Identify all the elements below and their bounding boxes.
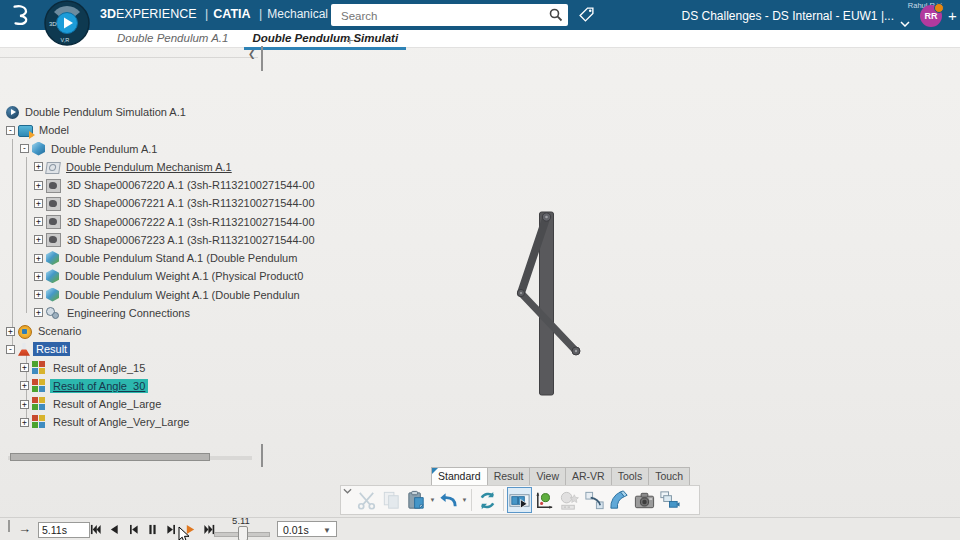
result-b-icon — [32, 415, 47, 429]
paste-dropdown-arrow-icon[interactable]: ▼ — [429, 497, 436, 503]
expand-expander-icon[interactable]: + — [34, 199, 43, 208]
product2-icon — [46, 269, 59, 283]
time-slider-thumb[interactable] — [238, 526, 248, 540]
expand-expander-icon[interactable]: + — [34, 308, 43, 317]
expand-expander-icon[interactable]: + — [20, 418, 29, 427]
tree-item[interactable]: -Double Pendulum A.1 — [4, 140, 160, 158]
expand-expander-icon[interactable]: + — [6, 327, 15, 336]
paste-icon[interactable] — [404, 487, 429, 513]
jump-start-button[interactable] — [86, 521, 105, 537]
tree-item[interactable]: +Double Pendulum Mechanism A.1 — [4, 158, 235, 176]
ds-logo-icon — [6, 3, 36, 31]
tree-item[interactable]: +Engineering Connections — [4, 304, 193, 322]
expand-expander-icon[interactable]: + — [20, 400, 29, 409]
tree-item[interactable]: +Result of Angle_30 — [4, 377, 148, 395]
playback-controls — [86, 521, 219, 537]
expand-expander-icon[interactable]: + — [34, 217, 43, 226]
panel-resize-handle[interactable] — [261, 46, 263, 71]
tree-item[interactable]: -Result — [4, 340, 70, 358]
tree-item[interactable]: +3D Shape00067222 A.1 (3sh-R113210027154… — [4, 213, 318, 231]
shape-icon — [46, 215, 61, 229]
avatar[interactable]: RR — [920, 5, 942, 27]
expand-expander-icon[interactable]: + — [20, 381, 29, 390]
expand-expander-icon[interactable]: + — [34, 162, 43, 171]
search-input[interactable] — [339, 6, 538, 25]
cut-icon[interactable] — [354, 487, 379, 513]
tree-item[interactable]: +Result of Angle_Very_Large — [4, 413, 192, 431]
pause-button[interactable] — [143, 521, 162, 537]
tree-item[interactable]: +Double Pendulum Weight A.1 (Double Pend… — [4, 286, 303, 304]
workspace-selector[interactable]: DS Challenges - DS Internal - EUW1 |... — [681, 9, 894, 23]
toolbar-overflow-chevron-icon[interactable] — [341, 486, 354, 514]
ribbon-tab-view[interactable]: View — [529, 467, 566, 485]
camera-icon[interactable] — [632, 487, 657, 513]
result-b-icon — [32, 379, 47, 393]
undo-dropdown-arrow-icon[interactable]: ▼ — [461, 497, 468, 503]
tree-item[interactable]: +Double Pendulum Weight A.1 (Physical Pr… — [4, 267, 306, 285]
ribbon-tab-ar-vr[interactable]: AR-VR — [565, 467, 612, 485]
new-tab-button[interactable]: + — [340, 33, 360, 48]
tree-item-label: Result of Angle_15 — [50, 361, 148, 375]
expand-expander-icon[interactable]: + — [34, 235, 43, 244]
tree-item-label: 3D Shape00067221 A.1 (3sh-R1132100271544… — [64, 196, 318, 210]
undo-icon[interactable] — [436, 487, 461, 513]
play-backward-button[interactable] — [105, 521, 124, 537]
sensors-icon[interactable] — [557, 487, 582, 513]
expand-expander-icon[interactable]: + — [34, 254, 43, 263]
chevron-down-icon: ▼ — [323, 523, 331, 539]
tree-hscroll-thumb[interactable] — [10, 453, 210, 461]
chevron-down-icon[interactable] — [900, 13, 910, 31]
time-input[interactable] — [38, 522, 90, 538]
add-button[interactable]: + — [948, 7, 960, 24]
connections-icon — [46, 306, 61, 320]
document-tab[interactable]: Double Pendulum A.1 — [105, 30, 240, 48]
result-root-icon — [18, 343, 30, 356]
playbar-drag-handle[interactable] — [8, 520, 10, 532]
ribbon-tab-result[interactable]: Result — [487, 467, 531, 485]
tree-item[interactable]: +Result of Angle_15 — [4, 359, 148, 377]
ribbon-tab-touch[interactable]: Touch — [648, 467, 690, 485]
displacement-icon[interactable] — [582, 487, 607, 513]
step-size-dropdown[interactable]: 0.01s▼ — [277, 521, 337, 537]
collapse-expander-icon[interactable]: - — [20, 144, 29, 153]
update-icon[interactable] — [475, 487, 500, 513]
expand-expander-icon[interactable]: + — [20, 363, 29, 372]
tree-item[interactable]: Double Pendulum Simulation A.1 — [4, 103, 189, 121]
model-icon — [18, 125, 33, 137]
step-backward-button[interactable] — [124, 521, 143, 537]
expand-expander-icon[interactable]: + — [34, 272, 43, 281]
pendulum-3d-view[interactable] — [480, 190, 620, 405]
section-icon[interactable] — [607, 487, 632, 513]
tag-icon[interactable] — [578, 6, 595, 27]
ribbon-tab-tools[interactable]: Tools — [611, 467, 650, 485]
panel-collapse-icon[interactable]: ❮ — [248, 49, 256, 59]
document-tabs: Double Pendulum A.1Double Pendulum Simul… — [0, 30, 960, 48]
tree-item-label: Double Pendulum Weight A.1 (Double Pendu… — [62, 288, 303, 302]
tree-item[interactable]: +Double Pendulum Stand A.1 (Double Pendu… — [4, 249, 300, 267]
copy-icon[interactable] — [379, 487, 404, 513]
video-export-icon[interactable] — [657, 487, 682, 513]
tree-item[interactable]: +3D Shape00067221 A.1 (3sh-R113210027154… — [4, 194, 318, 212]
ribbon-tab-standard[interactable]: Standard — [431, 467, 488, 485]
search-box — [331, 4, 568, 26]
tree-item-label: Result of Angle_30 — [50, 379, 148, 393]
collapse-expander-icon[interactable]: - — [6, 345, 15, 354]
tree-item[interactable]: +Result of Angle_Large — [4, 395, 164, 413]
expand-expander-icon[interactable]: + — [34, 181, 43, 190]
expand-expander-icon[interactable]: + — [34, 290, 43, 299]
3dexperience-compass-icon[interactable]: 3D V,R — [44, 0, 90, 50]
tree-item-label: Result of Angle_Very_Large — [50, 415, 192, 429]
document-tab[interactable]: Double Pendulum Simulati — [240, 30, 410, 48]
collapse-expander-icon[interactable]: - — [6, 126, 15, 135]
plot-icon[interactable] — [532, 487, 557, 513]
result-a-icon — [32, 361, 47, 375]
tree-item[interactable]: +3D Shape00067223 A.1 (3sh-R113210027154… — [4, 231, 318, 249]
simulation-player-icon[interactable] — [507, 487, 532, 513]
tree-item[interactable]: +Scenario — [4, 322, 84, 340]
tree-item-label: Engineering Connections — [64, 306, 193, 320]
tree-item-label: Model — [36, 123, 72, 137]
tree-item[interactable]: -Model — [4, 121, 72, 139]
search-icon[interactable] — [549, 8, 563, 26]
tree-item[interactable]: +3D Shape00067220 A.1 (3sh-R113210027154… — [4, 176, 318, 194]
panel-resize-handle[interactable] — [261, 444, 263, 467]
